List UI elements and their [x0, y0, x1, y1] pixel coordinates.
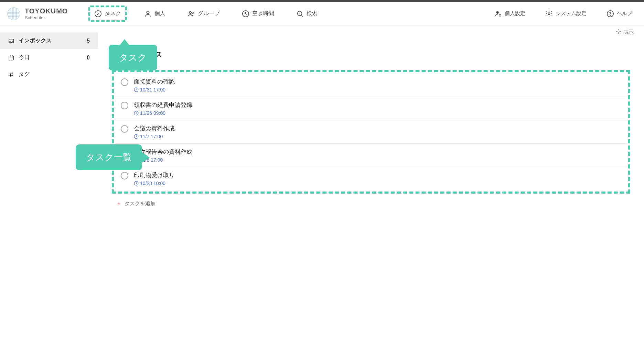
- task-date: 10/28 10:00: [134, 181, 175, 186]
- svg-point-21: [610, 15, 611, 15]
- nav-personal-label: 個人: [154, 10, 165, 17]
- nav-right: 個人設定 システム設定 ヘルプ: [490, 7, 637, 21]
- clock-small-icon: [134, 111, 139, 116]
- logo-icon: [7, 7, 21, 21]
- nav-help[interactable]: ヘルプ: [602, 7, 637, 21]
- add-task-button[interactable]: + タスクを追加: [112, 196, 630, 212]
- svg-point-24: [618, 31, 619, 32]
- svg-point-18: [499, 14, 501, 16]
- svg-point-12: [147, 11, 149, 13]
- gear-small-icon: [616, 29, 621, 35]
- clock-small-icon: [134, 87, 139, 92]
- callout-task: タスク: [109, 45, 157, 70]
- main-layout: インボックス 5 今日 0: [0, 25, 644, 219]
- nav-group-label: グループ: [198, 10, 220, 17]
- sidebar-inbox-count: 5: [87, 38, 90, 44]
- svg-rect-22: [9, 39, 14, 43]
- calendar-icon: [8, 55, 14, 61]
- sidebar-item-tag[interactable]: タグ: [0, 66, 98, 83]
- nav-personal[interactable]: 個人: [139, 7, 170, 21]
- sidebar: インボックス 5 今日 0: [0, 25, 98, 219]
- person-gear-icon: [494, 10, 502, 18]
- sidebar-item-inbox[interactable]: インボックス 5: [0, 32, 98, 49]
- task-title: 会議の資料作成: [134, 124, 175, 132]
- nav-system-settings-label: システム設定: [556, 10, 587, 17]
- nav-task[interactable]: タスク: [88, 6, 127, 22]
- nav-search[interactable]: 検索: [291, 7, 322, 21]
- sidebar-item-today[interactable]: 今日 0: [0, 49, 98, 66]
- display-toggle[interactable]: 表示: [616, 29, 634, 35]
- clock-icon: [242, 10, 249, 18]
- nav-group[interactable]: グループ: [183, 7, 225, 21]
- person-icon: [144, 10, 152, 18]
- help-icon: [607, 10, 614, 18]
- sidebar-today-label: 今日: [19, 54, 30, 61]
- svg-point-13: [190, 11, 192, 13]
- task-title: 面接資料の確認: [134, 78, 175, 86]
- task-date: 10/31 17:00: [134, 87, 175, 92]
- logo-area[interactable]: TOYOKUMO Scheduler: [7, 7, 68, 21]
- add-task-label: タスクを追加: [125, 200, 155, 207]
- nav-task-label: タスク: [105, 10, 121, 17]
- logo-text: TOYOKUMO Scheduler: [25, 7, 68, 20]
- plus-icon: +: [117, 201, 120, 207]
- nav-personal-settings-label: 個人設定: [505, 10, 525, 17]
- task-radio[interactable]: [121, 172, 128, 179]
- svg-point-14: [192, 12, 194, 13]
- task-row[interactable]: 面接資料の確認 10/31 17:00: [115, 74, 627, 97]
- nav-search-label: 検索: [307, 10, 318, 17]
- sidebar-tag-label: タグ: [19, 71, 30, 78]
- page-title: インボックス: [115, 50, 630, 60]
- callout-list: タスク一覧: [76, 144, 142, 170]
- clock-small-icon: [134, 134, 139, 139]
- nav-help-label: ヘルプ: [617, 10, 632, 17]
- task-radio[interactable]: [121, 78, 128, 86]
- svg-point-17: [496, 11, 499, 13]
- task-radio[interactable]: [121, 102, 128, 109]
- sidebar-today-count: 0: [87, 55, 90, 61]
- task-date: 11/26 09:00: [134, 110, 192, 116]
- inbox-icon: [8, 38, 14, 44]
- svg-point-11: [95, 10, 101, 17]
- svg-point-19: [548, 13, 550, 15]
- task-list: 面接資料の確認 10/31 17:00 領収書の経費申請登録 11/26 09:…: [112, 70, 630, 194]
- task-check-icon: [94, 10, 102, 18]
- nav-system-settings[interactable]: システム設定: [540, 7, 591, 21]
- group-icon: [187, 10, 195, 18]
- search-icon: [296, 10, 304, 18]
- task-date: 11/7 17:00: [134, 134, 175, 139]
- nav-freetime[interactable]: 空き時間: [237, 7, 279, 21]
- content: 表示 インボックス 面接資料の確認 10/31 17:00 領収書の経費申請登録: [98, 25, 644, 219]
- svg-point-16: [298, 11, 302, 15]
- svg-rect-23: [9, 56, 14, 60]
- task-title: 領収書の経費申請登録: [134, 101, 192, 109]
- task-row[interactable]: 月次報告会の資料作成 11/8 17:00: [115, 144, 627, 167]
- task-row[interactable]: 印刷物受け取り 10/28 10:00: [115, 167, 627, 190]
- nav-menu: タスク 個人 グループ: [88, 6, 490, 22]
- task-radio[interactable]: [121, 125, 128, 133]
- logo-brand: TOYOKUMO: [25, 7, 68, 15]
- logo-sub: Scheduler: [25, 15, 68, 20]
- nav-personal-settings[interactable]: 個人設定: [490, 7, 530, 21]
- gear-icon: [545, 10, 553, 18]
- task-row[interactable]: 会議の資料作成 11/7 17:00: [115, 120, 627, 144]
- task-row[interactable]: 領収書の経費申請登録 11/26 09:00: [115, 97, 627, 120]
- clock-small-icon: [134, 181, 139, 186]
- display-toggle-label: 表示: [623, 29, 634, 35]
- hash-icon: [8, 72, 14, 78]
- nav-freetime-label: 空き時間: [252, 10, 274, 17]
- task-title: 印刷物受け取り: [134, 171, 175, 179]
- sidebar-inbox-label: インボックス: [19, 37, 52, 44]
- header: TOYOKUMO Scheduler タスク 個人: [0, 2, 644, 25]
